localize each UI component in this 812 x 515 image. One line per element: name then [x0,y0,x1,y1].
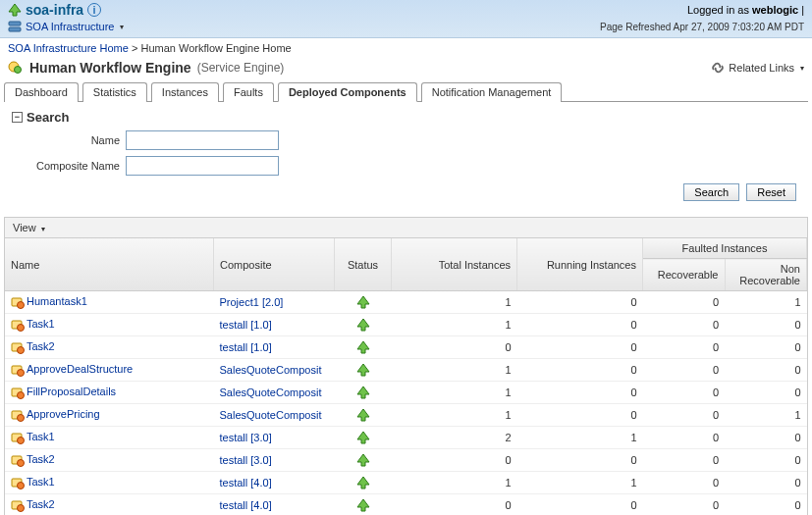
col-name[interactable]: Name [5,238,214,291]
running-instances-cell: 0 [517,291,643,314]
recoverable-cell: 0 [643,494,726,515]
component-name-link[interactable]: Task1 [27,318,55,330]
task-icon [11,318,25,332]
farm-up-icon [8,3,22,17]
running-instances-cell: 0 [517,494,643,515]
breadcrumb-home[interactable]: SOA Infrastructure Home [8,42,129,54]
table-row[interactable]: Task1testall [1.0]1000 [5,314,807,336]
running-instances-cell: 0 [517,314,643,336]
col-status[interactable]: Status [335,238,392,291]
link-icon [711,61,725,75]
related-links-label: Related Links [729,62,794,74]
recoverable-cell: 0 [643,359,726,382]
task-icon [11,408,25,422]
non-recoverable-cell: 1 [725,291,807,314]
tab-instances[interactable]: Instances [151,82,219,102]
total-instances-cell: 1 [392,359,517,382]
page-subtitle: (Service Engine) [197,61,285,75]
soa-infra-title[interactable]: soa-infra [26,2,83,18]
component-name-link[interactable]: ApprovePricing [27,408,100,420]
status-up-icon [356,431,370,442]
component-name-link[interactable]: Task2 [27,498,55,510]
recoverable-cell: 0 [643,291,726,314]
task-icon [11,453,25,467]
table-row[interactable]: Task2testall [4.0]0000 [5,494,807,515]
col-composite[interactable]: Composite [214,238,335,291]
composite-name-label: Composite Name [12,160,126,172]
col-faulted-instances: Faulted Instances [643,238,807,259]
table-row[interactable]: Task2testall [1.0]0000 [5,336,807,359]
status-up-icon [356,386,370,397]
composite-name-input[interactable] [126,156,279,176]
non-recoverable-cell: 0 [725,336,807,359]
info-icon[interactable]: i [87,3,101,17]
component-name-link[interactable]: Task1 [27,476,55,488]
total-instances-cell: 1 [392,382,517,404]
composite-link[interactable]: testall [4.0] [220,499,272,511]
composite-link[interactable]: SalesQuoteComposit [220,386,322,398]
non-recoverable-cell: 0 [725,314,807,336]
composite-link[interactable]: testall [4.0] [220,477,272,489]
table-row[interactable]: ApprovePricingSalesQuoteComposit1001 [5,404,807,427]
breadcrumb-current: Human Workflow Engine Home [140,42,291,54]
task-icon [11,386,25,399]
related-links-menu[interactable]: Related Links ▾ [711,61,804,75]
table-row[interactable]: ApproveDealStructureSalesQuoteComposit10… [5,359,807,382]
component-name-link[interactable]: Task2 [27,340,55,352]
servers-icon [8,20,22,33]
soa-infrastructure-menu[interactable]: SOA Infrastructure [26,21,114,32]
composite-link[interactable]: Project1 [2.0] [220,296,284,308]
status-up-icon [356,453,370,465]
status-up-icon [356,476,370,488]
page-refreshed-text: Page Refreshed Apr 27, 2009 7:03:20 AM P… [600,22,804,32]
task-icon [11,340,25,354]
components-table: Name Composite Status Total Instances Ru… [5,238,807,515]
composite-link[interactable]: SalesQuoteComposit [220,364,322,376]
search-button[interactable]: Search [683,183,739,201]
col-total-instances[interactable]: Total Instances [392,238,517,291]
total-instances-cell: 1 [392,472,517,494]
table-row[interactable]: Task1testall [3.0]2100 [5,427,807,449]
task-icon [11,295,25,309]
engine-icon [8,60,24,76]
status-up-icon [356,340,370,352]
composite-link[interactable]: testall [1.0] [220,319,272,331]
reset-button[interactable]: Reset [746,183,796,201]
recoverable-cell: 0 [643,404,726,427]
component-name-link[interactable]: Task2 [27,453,55,465]
component-name-link[interactable]: ApproveDealStructure [27,363,133,375]
tab-notification-management[interactable]: Notification Management [421,82,563,102]
name-label: Name [12,134,126,146]
composite-link[interactable]: testall [3.0] [220,432,272,443]
composite-link[interactable]: testall [3.0] [220,454,272,466]
component-name-link[interactable]: Humantask1 [27,295,87,307]
component-name-link[interactable]: Task1 [27,431,55,442]
tab-dashboard[interactable]: Dashboard [4,82,79,102]
tab-deployed-components[interactable]: Deployed Components [278,82,417,102]
total-instances-cell: 1 [392,291,517,314]
running-instances-cell: 0 [517,359,643,382]
view-menu[interactable]: View ▾ [13,222,45,233]
composite-link[interactable]: SalesQuoteComposit [220,409,322,421]
composite-link[interactable]: testall [1.0] [220,341,272,353]
table-row[interactable]: FillProposalDetailsSalesQuoteComposit100… [5,382,807,404]
col-recoverable[interactable]: Recoverable [643,259,726,291]
tab-faults[interactable]: Faults [223,82,274,102]
running-instances-cell: 0 [517,404,643,427]
non-recoverable-cell: 0 [725,449,807,472]
table-row[interactable]: Task2testall [3.0]0000 [5,449,807,472]
total-instances-cell: 1 [392,314,517,336]
col-non-recoverable[interactable]: Non Recoverable [725,259,807,291]
running-instances-cell: 0 [517,449,643,472]
total-instances-cell: 0 [392,449,517,472]
non-recoverable-cell: 0 [725,359,807,382]
col-running-instances[interactable]: Running Instances [517,238,643,291]
task-icon [11,498,25,512]
name-input[interactable] [126,130,279,150]
component-name-link[interactable]: FillProposalDetails [27,386,116,397]
tab-statistics[interactable]: Statistics [82,82,147,102]
table-row[interactable]: Humantask1Project1 [2.0]1001 [5,291,807,314]
breadcrumb-sep: > [129,42,141,54]
collapse-icon[interactable]: − [12,112,23,123]
table-row[interactable]: Task1testall [4.0]1100 [5,472,807,494]
